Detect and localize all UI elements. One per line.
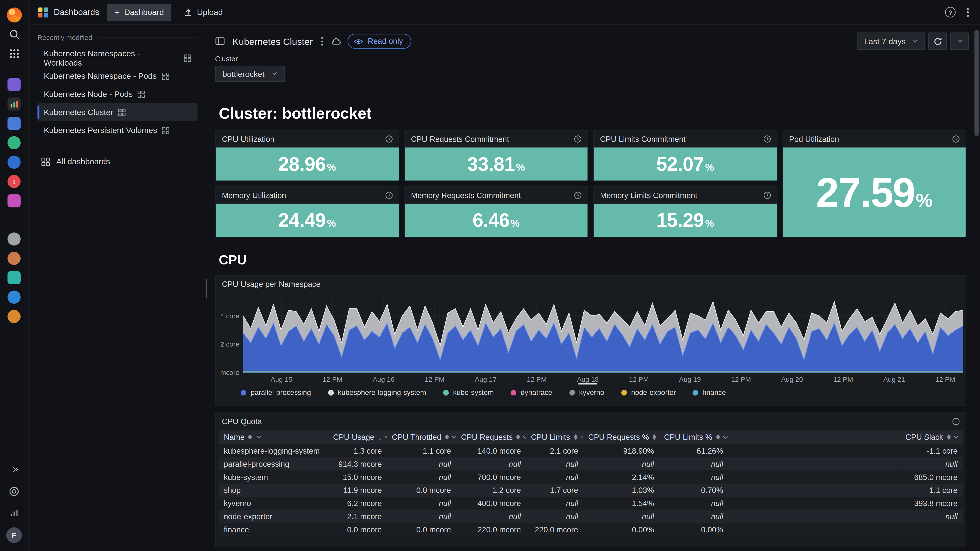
panel-title[interactable]: Memory Requests Commitment <box>411 191 521 200</box>
breadcrumb[interactable]: Dashboards <box>37 6 99 18</box>
column-header-cpu-limits[interactable]: CPU Limits <box>526 430 583 444</box>
refresh-interval-dropdown[interactable] <box>950 32 969 50</box>
panel-title[interactable]: CPU Usage per Namespace <box>222 279 320 289</box>
column-header-cpu-limits[interactable]: CPU Limits % <box>659 430 728 444</box>
legend-item-finance[interactable]: finance <box>693 389 726 396</box>
upload-button[interactable]: Upload <box>179 3 228 21</box>
new-dashboard-button[interactable]: + Dashboard <box>107 3 172 21</box>
row-title-cluster[interactable]: Cluster: bottlerocket <box>219 105 966 122</box>
user-initial: F <box>6 527 22 543</box>
legend-item-kube-system[interactable]: kube-system <box>443 389 494 396</box>
app-icon-3[interactable] <box>0 114 29 133</box>
cell-value <box>902 523 963 536</box>
panel-clock-icon[interactable] <box>385 135 393 143</box>
panel-title[interactable]: CPU Requests Commitment <box>411 135 509 143</box>
panel-title[interactable]: Memory Utilization <box>222 191 286 200</box>
apps-grid-icon[interactable] <box>0 44 29 63</box>
stat-unit: % <box>327 218 336 229</box>
dashboard-header: Kubernetes Cluster Read only Last 7 days <box>206 25 980 52</box>
legend-item-kyverno[interactable]: kyverno <box>569 389 604 396</box>
sidebar-item-kubernetes-cluster[interactable]: Kubernetes Cluster <box>37 103 197 121</box>
column-header-cpu-throttled[interactable]: CPU Throttled <box>387 430 456 444</box>
scrollbar[interactable] <box>974 27 978 548</box>
panel-title[interactable]: Pod Utilization <box>789 135 839 143</box>
grafana-logo[interactable] <box>0 5 29 24</box>
app-icon-6[interactable]: ! <box>0 172 29 191</box>
cluster-variable-value: bottlerocket <box>223 69 264 78</box>
legend-item-kubesphere-logging-system[interactable]: kubesphere-logging-system <box>328 389 426 396</box>
sidebar-resize-handle[interactable] <box>206 279 207 298</box>
column-menu-icon[interactable] <box>386 434 387 440</box>
legend-item-dynatrace[interactable]: dynatrace <box>511 389 552 396</box>
panel-clock-icon[interactable] <box>952 135 960 143</box>
app-icon-2[interactable] <box>0 94 29 114</box>
panel-info-icon[interactable] <box>952 417 960 426</box>
legend-color-dot <box>328 390 334 395</box>
column-label: CPU Requests % <box>588 433 649 441</box>
cpu-usage-chart[interactable]: Aug 1512 PMAug 1612 PMAug 1712 PMAug 181… <box>216 292 966 385</box>
cell-value: 220.0 mcore <box>456 523 526 536</box>
panel-title[interactable]: CPU Utilization <box>222 135 274 143</box>
upload-icon <box>184 8 193 17</box>
refresh-button[interactable] <box>928 32 947 50</box>
sidebar-item-kubernetes-namespace-pods[interactable]: Kubernetes Namespace - Pods <box>37 67 197 85</box>
usage-stats-icon[interactable] <box>0 503 29 523</box>
panel-list-toggle-icon[interactable] <box>215 36 225 46</box>
upload-label: Upload <box>197 8 223 17</box>
all-dashboards-link[interactable]: All dashboards <box>37 157 197 166</box>
scrollbar-thumb[interactable] <box>974 30 978 136</box>
column-menu-icon[interactable] <box>452 434 456 440</box>
sidebar-item-kubernetes-node-pods[interactable]: Kubernetes Node - Pods <box>37 85 197 103</box>
expand-rail-icon[interactable] <box>0 460 29 479</box>
breadcrumb-label: Dashboards <box>54 8 99 17</box>
panel-clock-icon[interactable] <box>763 191 771 200</box>
row-title-cpu[interactable]: CPU <box>219 252 966 267</box>
search-icon[interactable] <box>0 24 29 44</box>
column-menu-icon[interactable] <box>724 434 727 440</box>
template-variables: Cluster bottlerocket <box>206 52 980 82</box>
column-header-cpu-requests[interactable]: CPU Requests <box>456 430 526 444</box>
sidebar-item-kubernetes-persistent-volumes[interactable]: Kubernetes Persistent Volumes <box>37 121 197 139</box>
app-icon-4[interactable] <box>0 133 29 152</box>
stat-panel-cpu-utilization: CPU Utilization28.96% <box>215 130 399 181</box>
cell-value: 1.1 core <box>902 484 963 497</box>
dashboard-more-icon[interactable] <box>320 36 325 47</box>
panel-title[interactable]: CPU Limits Commitment <box>600 135 686 143</box>
panel-clock-icon[interactable] <box>763 135 771 143</box>
column-menu-icon[interactable] <box>524 434 526 440</box>
column-menu-icon[interactable] <box>256 434 262 440</box>
read-only-badge[interactable]: Read only <box>348 34 411 49</box>
app-icon-9[interactable] <box>0 249 29 268</box>
app-icon-11[interactable] <box>0 287 29 307</box>
cluster-variable-dropdown[interactable]: bottlerocket <box>215 65 285 82</box>
legend-item-node-exporter[interactable]: node-exporter <box>621 389 676 396</box>
app-icon-8[interactable] <box>0 229 29 248</box>
support-icon[interactable] <box>0 482 29 501</box>
column-header-cpu-usage[interactable]: CPU Usage↓ <box>328 430 387 444</box>
app-icon-10[interactable] <box>0 268 29 287</box>
cloud-icon[interactable] <box>331 37 342 45</box>
panel-clock-icon[interactable] <box>574 135 582 143</box>
column-header-cpu-requests[interactable]: CPU Requests % <box>583 430 659 444</box>
panel-clock-icon[interactable] <box>574 191 582 200</box>
sidebar-item-kubernetes-namespaces-workloads[interactable]: Kubernetes Namespaces - Workloads <box>37 49 197 67</box>
sidebar-item-label: Kubernetes Namespaces - Workloads <box>44 48 179 67</box>
column-menu-icon[interactable] <box>581 434 583 440</box>
app-icon-12[interactable] <box>0 307 29 326</box>
user-avatar[interactable]: F <box>0 526 29 545</box>
topnav-more-icon[interactable] <box>966 6 970 18</box>
cell-value: null <box>659 510 728 523</box>
help-icon[interactable]: ? <box>945 7 956 17</box>
column-menu-icon[interactable] <box>955 434 958 440</box>
panel-clock-icon[interactable] <box>385 191 393 200</box>
sort-icon <box>445 434 449 440</box>
app-icon-1[interactable] <box>0 75 29 94</box>
app-icon-5[interactable] <box>0 152 29 172</box>
panel-title[interactable]: CPU Quota <box>222 417 262 426</box>
app-icon-7[interactable] <box>0 191 29 211</box>
column-header-name[interactable]: Name <box>219 430 328 444</box>
column-header-cpu-slack[interactable]: CPU Slack <box>902 430 963 444</box>
legend-item-parallel-processing[interactable]: parallel-processing <box>241 389 311 396</box>
panel-title[interactable]: Memory Limits Commitment <box>600 191 697 200</box>
time-range-picker[interactable]: Last 7 days <box>856 32 925 50</box>
